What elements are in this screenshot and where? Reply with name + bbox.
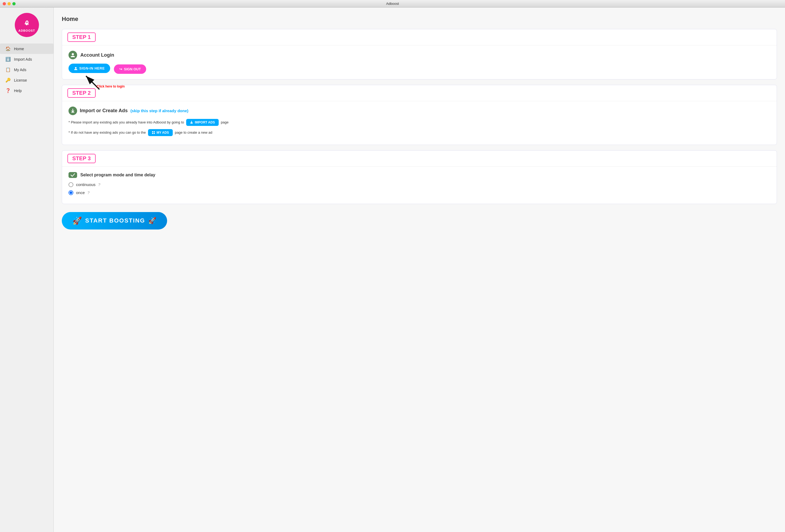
start-boosting-button[interactable]: 🚀 START BOOSTING 🚀: [62, 212, 167, 230]
checkmark-badge-icon: [69, 172, 77, 178]
close-button[interactable]: [3, 2, 6, 5]
import-ads-button[interactable]: IMPORT ADS: [186, 119, 219, 126]
import-create-title: Import or Create Ads: [80, 108, 128, 113]
step2-line2: * If do not have any existing ads you ca…: [69, 129, 770, 136]
download-icon: ⬇️: [5, 57, 11, 62]
help-icon: ❓: [5, 88, 11, 93]
app-container: ADBOOST 🏠 Home ⬇️ Import Ads 📋 My Ads 🔑 …: [0, 7, 785, 532]
maximize-button[interactable]: [12, 2, 16, 5]
window-title: Adboost: [386, 2, 399, 6]
step2-header: STEP 2: [62, 85, 777, 101]
main-content: Home STEP 1 Account Login: [54, 7, 785, 532]
page-title: Home: [62, 16, 777, 23]
step1-header: STEP 1: [62, 29, 777, 45]
rocket-right-icon: 🚀: [148, 217, 156, 224]
logo: ADBOOST: [15, 13, 39, 37]
svg-rect-12: [154, 131, 155, 132]
home-icon: 🏠: [5, 46, 11, 51]
import-download-icon: [190, 121, 193, 124]
svg-point-7: [75, 67, 77, 69]
import-heading: Import or Create Ads (skip this step if …: [69, 107, 770, 115]
sidebar-item-import-ads[interactable]: ⬇️ Import Ads: [0, 54, 53, 64]
skip-text: (skip this step if already done): [130, 108, 188, 113]
sidebar-item-home[interactable]: 🏠 Home: [0, 44, 53, 54]
sidebar: ADBOOST 🏠 Home ⬇️ Import Ads 📋 My Ads 🔑 …: [0, 7, 54, 532]
svg-rect-10: [190, 123, 193, 124]
person-icon: [70, 52, 75, 58]
account-login-title: Account Login: [80, 52, 114, 58]
titlebar: Adboost: [0, 0, 785, 7]
sidebar-item-my-ads[interactable]: 📋 My Ads: [0, 64, 53, 75]
sidebar-item-license-label: License: [14, 78, 27, 82]
sidebar-item-import-ads-label: Import Ads: [14, 57, 32, 61]
logo-text: ADBOOST: [19, 29, 35, 32]
step2-label: STEP 2: [68, 88, 96, 98]
grid-icon: 📋: [5, 67, 11, 72]
sidebar-nav: 🏠 Home ⬇️ Import Ads 📋 My Ads 🔑 License …: [0, 44, 53, 96]
sidebar-item-home-label: Home: [14, 47, 24, 51]
once-label: once: [76, 190, 85, 195]
step2-box: STEP 2 Import or Create Ads (skip this s…: [62, 85, 777, 145]
start-boosting-label: START BOOSTING: [85, 217, 145, 224]
sidebar-item-help[interactable]: ❓ Help: [0, 85, 53, 96]
grid-ads-icon: [152, 131, 155, 134]
rocket-left-icon: 🚀: [73, 216, 82, 225]
continuous-help[interactable]: ?: [98, 183, 100, 187]
logo-rocket-icon: [22, 18, 32, 28]
minimize-button[interactable]: [7, 2, 11, 5]
step3-label: STEP 3: [68, 154, 96, 163]
program-mode-title: Select program mode and time delay: [80, 172, 155, 178]
step3-header: STEP 3: [62, 151, 777, 167]
svg-rect-14: [154, 133, 155, 134]
window-controls: [3, 2, 16, 5]
svg-rect-13: [152, 133, 153, 134]
svg-point-6: [72, 53, 74, 55]
continuous-label: continuous: [76, 182, 96, 187]
radio-continuous[interactable]: [69, 182, 73, 187]
checkmark-icon: [70, 173, 75, 177]
key-icon: 🔑: [5, 78, 11, 83]
step2-line1: * Please import any existing ads you alr…: [69, 119, 770, 126]
step2-content: Import or Create Ads (skip this step if …: [62, 101, 777, 145]
step1-content: Account Login SIGN-IN HERE ↪ SIGN OUT: [62, 45, 777, 79]
radio-once[interactable]: [69, 190, 73, 195]
svg-rect-11: [152, 131, 153, 132]
step3-box: STEP 3 Select program mode and time dela…: [62, 150, 777, 204]
option-continuous[interactable]: continuous ?: [69, 182, 770, 187]
svg-rect-9: [71, 112, 74, 113]
signout-button[interactable]: ↪ SIGN OUT: [114, 64, 146, 74]
sidebar-item-help-label: Help: [14, 88, 22, 93]
step3-content: Select program mode and time delay conti…: [62, 167, 777, 204]
step1-box: STEP 1 Account Login: [62, 29, 777, 79]
my-ads-button[interactable]: MY ADS: [148, 129, 173, 136]
option-once[interactable]: once ?: [69, 190, 770, 195]
user-icon: [74, 66, 78, 70]
once-help[interactable]: ?: [87, 191, 90, 195]
account-login-heading: Account Login: [69, 51, 770, 59]
download-circle-icon: [69, 107, 77, 115]
program-mode-heading: Select program mode and time delay: [69, 172, 770, 178]
signin-area: SIGN-IN HERE ↪ SIGN OUT: [69, 63, 146, 74]
sidebar-item-license[interactable]: 🔑 License: [0, 75, 53, 85]
signin-button[interactable]: SIGN-IN HERE: [69, 63, 110, 73]
account-icon: [69, 51, 77, 59]
download-arrow-icon: [70, 108, 75, 113]
step1-label: STEP 1: [68, 32, 96, 42]
sidebar-item-my-ads-label: My Ads: [14, 68, 26, 72]
